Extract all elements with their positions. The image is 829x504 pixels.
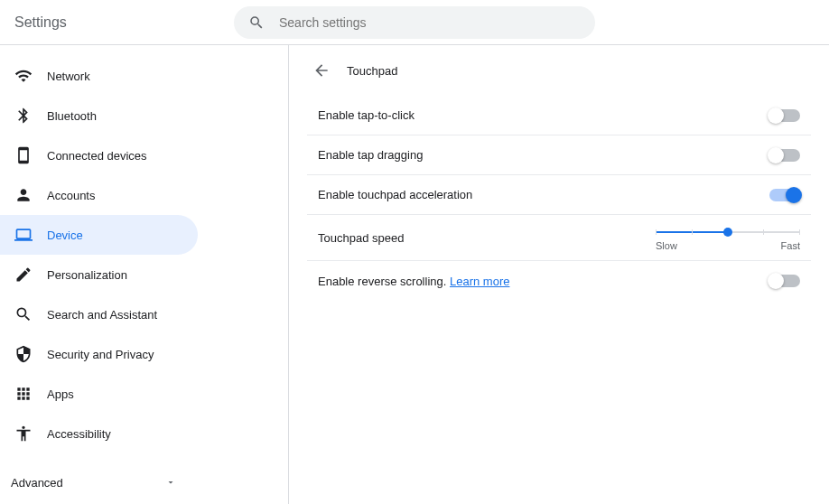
setting-acceleration: Enable touchpad acceleration: [307, 175, 811, 215]
search-input[interactable]: [279, 15, 581, 30]
edit-icon: [14, 266, 33, 284]
setting-speed: Touchpad speed Slow Fast: [307, 215, 811, 261]
sidebar-item-network[interactable]: Network: [0, 56, 198, 96]
sidebar-item-personalization[interactable]: Personalization: [0, 255, 198, 294]
wifi-icon: [14, 67, 33, 85]
sidebar-item-label: Device: [47, 229, 83, 242]
sidebar-item-label: Bluetooth: [47, 109, 97, 123]
speed-slider[interactable]: [656, 231, 800, 233]
setting-tap-dragging: Enable tap dragging: [307, 135, 811, 175]
chevron-down-icon: [165, 477, 176, 488]
sidebar-item-bluetooth[interactable]: Bluetooth: [0, 96, 198, 135]
sidebar-item-label: Accessibility: [47, 427, 111, 441]
tap-dragging-toggle[interactable]: [769, 149, 800, 162]
setting-tap-to-click: Enable tap-to-click: [307, 96, 811, 135]
sidebar-item-label: Apps: [47, 387, 74, 401]
main-content: Touchpad Enable tap-to-click Enable tap …: [289, 45, 829, 504]
laptop-icon: [14, 226, 33, 244]
learn-more-link[interactable]: Learn more: [450, 275, 509, 288]
header: Settings: [0, 0, 829, 45]
reverse-toggle[interactable]: [769, 275, 800, 287]
search-icon: [248, 14, 265, 31]
sidebar-item-connected-devices[interactable]: Connected devices: [0, 135, 198, 175]
sidebar-item-apps[interactable]: Apps: [0, 374, 198, 414]
page-title: Touchpad: [347, 64, 397, 78]
sidebar-item-security[interactable]: Security and Privacy: [0, 334, 198, 374]
arrow-back-icon: [312, 61, 331, 79]
accessibility-icon: [14, 425, 33, 443]
sidebar-item-device[interactable]: Device: [0, 215, 198, 255]
sidebar-item-search-assistant[interactable]: Search and Assistant: [0, 294, 198, 334]
acceleration-toggle[interactable]: [769, 189, 800, 201]
search-icon: [14, 305, 33, 323]
sidebar-item-label: Personalization: [47, 268, 127, 282]
sidebar-item-label: Network: [47, 70, 90, 83]
app-title: Settings: [14, 14, 67, 31]
search-box[interactable]: [234, 6, 595, 39]
bluetooth-icon: [14, 107, 33, 125]
slider-max-label: Fast: [781, 240, 800, 251]
advanced-toggle[interactable]: Advanced: [0, 461, 198, 504]
setting-label: Enable tap dragging: [318, 148, 423, 162]
sidebar-item-label: Security and Privacy: [47, 348, 154, 361]
sidebar-item-label: Accounts: [47, 189, 95, 202]
shield-icon: [14, 345, 33, 363]
setting-label: Enable touchpad acceleration: [318, 188, 472, 201]
page-header: Touchpad: [307, 45, 811, 96]
sidebar-item-label: Connected devices: [47, 149, 147, 163]
advanced-label: Advanced: [11, 476, 63, 490]
back-button[interactable]: [307, 56, 336, 85]
apps-icon: [14, 385, 33, 403]
setting-label: Enable reverse scrolling. Learn more: [318, 275, 509, 288]
phone-icon: [14, 146, 33, 164]
sidebar-item-accessibility[interactable]: Accessibility: [0, 414, 198, 453]
tap-to-click-toggle[interactable]: [769, 109, 800, 122]
person-icon: [14, 186, 33, 204]
sidebar: Network Bluetooth Connected devices Acco…: [0, 45, 289, 504]
slider-min-label: Slow: [656, 240, 677, 251]
setting-reverse: Enable reverse scrolling. Learn more: [307, 261, 811, 301]
setting-label: Enable tap-to-click: [318, 108, 414, 122]
sidebar-item-label: Search and Assistant: [47, 308, 157, 322]
sidebar-item-accounts[interactable]: Accounts: [0, 175, 198, 215]
speed-slider-thumb[interactable]: [723, 228, 732, 237]
setting-label: Touchpad speed: [318, 231, 404, 245]
